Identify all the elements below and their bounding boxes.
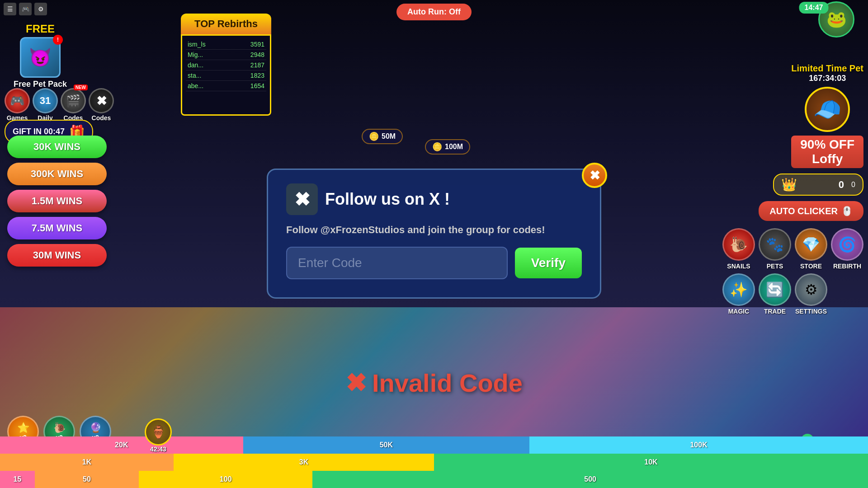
gift-timer-text: GIFT IN 00:47: [13, 127, 65, 136]
icon-magic[interactable]: ✨ MAGIC: [722, 273, 755, 315]
trade-label: TRADE: [764, 308, 786, 315]
store-icon: 💎: [795, 228, 827, 261]
rebirth-label: REBIRTH: [833, 263, 861, 270]
progress-track-bottom: 15 50 100 500: [0, 471, 868, 488]
store-label: STORE: [800, 263, 822, 270]
bar-100: 100: [139, 471, 312, 488]
coin-value-100m: 100M: [445, 143, 463, 151]
wins-btn-7-5m[interactable]: 7.5M WINS: [7, 217, 107, 239]
player-countdown: 42:43: [150, 446, 166, 453]
player-avatar: 🏺 42:43: [145, 418, 172, 453]
free-label: FREE: [14, 23, 67, 35]
invalid-x-icon: ✖: [345, 368, 367, 398]
bar-15: 15: [0, 471, 35, 488]
score-row: dan...2187: [186, 60, 266, 70]
top-rebirths-list: ism_ls3591 Mig...2948 dan...2187 sta...1…: [181, 34, 271, 116]
auto-clicker-cursor-icon: 🖱️: [841, 206, 853, 216]
magic-label: MAGIC: [728, 308, 750, 315]
right-icon-grid: 🐌 SNAILS 🐾 PETS 💎 STORE 🌀 REBIRTH ✨ MAGI…: [722, 228, 863, 315]
bar-50k: 50K: [243, 436, 530, 454]
icon-store[interactable]: 💎 STORE: [795, 228, 827, 270]
coin-indicator-100m: 🪙 100M: [425, 139, 470, 155]
limited-time-pet-label: Limited Time Pet: [791, 63, 863, 74]
currency-value: 0: [839, 179, 844, 191]
progress-track-top: 20K 50K 100K: [0, 436, 868, 454]
new-badge: NEW: [74, 84, 88, 90]
auto-run-button[interactable]: Auto Run: Off: [396, 4, 472, 20]
x-codes-label: Codes: [92, 114, 111, 122]
auto-clicker-button[interactable]: AUTO CLICKER 🖱️: [759, 201, 863, 221]
crown-icon: 👑: [781, 177, 797, 192]
bar-500: 500: [312, 471, 868, 488]
pet-countdown: 167:34:03: [791, 74, 863, 83]
progress-bar-top: 20K 50K 100K: [0, 436, 868, 454]
bar-1k: 1K: [0, 454, 174, 471]
nav-icons-bar: 🎮 Games 31 Daily 🎬 NEW Codes ✖ Codes: [5, 88, 114, 122]
icon-pets[interactable]: 🐾 PETS: [759, 228, 791, 270]
auto-clicker-label: AUTO CLICKER: [769, 206, 838, 216]
x-codes-icon: ✖: [89, 88, 114, 113]
right-panel: Limited Time Pet 167:34:03 🧢 90% OFF Lof…: [722, 63, 863, 315]
wins-btn-300k[interactable]: 300K WINS: [7, 163, 107, 185]
modal-title: Follow us on X !: [325, 190, 450, 209]
pets-label: PETS: [767, 263, 783, 270]
icon-trade[interactable]: 🔄 TRADE: [759, 273, 791, 315]
modal-description: Follow @xFrozenStudios and join the grou…: [286, 224, 582, 236]
progress-track-mid: 1K 3K 10K: [0, 454, 868, 471]
app-icon[interactable]: 🎮: [19, 3, 32, 15]
progress-bar-mid: 1K 3K 10K: [0, 454, 868, 471]
verify-button[interactable]: Verify: [515, 248, 582, 278]
nav-item-codes[interactable]: 🎬 NEW Codes: [61, 88, 86, 122]
nav-item-daily[interactable]: 31 Daily: [33, 88, 58, 122]
currency-number: 0: [851, 181, 855, 189]
pet-avatar[interactable]: 🧢: [805, 87, 850, 132]
wins-btn-1-5m[interactable]: 1.5M WINS: [7, 190, 107, 212]
score-row: sta...1823: [186, 70, 266, 81]
coin-icon-100m: 🪙: [432, 142, 442, 152]
snails-icon: 🐌: [722, 228, 755, 261]
bar-20k: 20K: [0, 436, 243, 454]
games-icon: 🎮: [5, 88, 30, 113]
timer-badge: 14:47: [799, 2, 829, 14]
invalid-code-text: Invalid Code: [372, 368, 523, 398]
score-row: abe...1654: [186, 81, 266, 91]
wins-btn-30m[interactable]: 30M WINS: [7, 244, 107, 267]
modal-close-button[interactable]: ✖: [582, 163, 607, 188]
magic-icon: ✨: [722, 273, 755, 306]
currency-bar: 👑 0 0: [773, 174, 863, 196]
player-avatar-img: 🏺: [145, 418, 172, 446]
wins-btn-30k[interactable]: 30K WINS: [7, 136, 107, 158]
modal-x-icon: ✖: [286, 183, 318, 215]
pets-icon: 🐾: [759, 228, 791, 261]
settings-top-icon[interactable]: ⚙: [34, 3, 47, 15]
codes-icon: 🎬: [61, 88, 86, 113]
bar-100k: 100K: [529, 436, 868, 454]
free-pack-label: Free Pet Pack: [14, 80, 67, 89]
wins-buttons-list: 30K WINS 300K WINS 1.5M WINS 7.5M WINS 3…: [7, 136, 107, 267]
icon-rebirth[interactable]: 🌀 REBIRTH: [831, 228, 863, 270]
progress-bar-bottom: 15 50 100 500: [0, 471, 868, 488]
nav-item-games[interactable]: 🎮 Games: [5, 88, 30, 122]
invalid-code-message: ✖ Invalid Code: [345, 368, 523, 398]
icon-snails[interactable]: 🐌 SNAILS: [722, 228, 755, 270]
bar-3k: 3K: [174, 454, 434, 471]
top-rebirths-board: TOP Rebirths ism_ls3591 Mig...2948 dan..…: [181, 14, 271, 116]
icon-settings[interactable]: ⚙ SETTINGS: [795, 273, 827, 315]
bar-50: 50: [35, 471, 139, 488]
score-row: ism_ls3591: [186, 39, 266, 50]
free-pack-badge: !: [53, 35, 63, 45]
settings-label: SETTINGS: [795, 308, 827, 315]
free-pack-button[interactable]: 😈 !: [20, 37, 61, 78]
discount-percent: 90% OFF: [797, 137, 858, 152]
coin-icon-50m: 🪙: [369, 131, 379, 141]
bar-10k: 10K: [434, 454, 868, 471]
settings-icon: ⚙: [795, 273, 827, 306]
free-pack-container: FREE 😈 ! Free Pet Pack: [14, 23, 67, 89]
coin-value-50m: 50M: [382, 132, 396, 141]
rebirth-icon: 🌀: [831, 228, 863, 261]
score-row: Mig...2948: [186, 50, 266, 60]
menu-icon[interactable]: ☰: [4, 3, 16, 15]
modal-header: ✖ Follow us on X !: [286, 183, 582, 215]
nav-item-x-codes[interactable]: ✖ Codes: [89, 88, 114, 122]
code-input-field[interactable]: [286, 247, 508, 279]
